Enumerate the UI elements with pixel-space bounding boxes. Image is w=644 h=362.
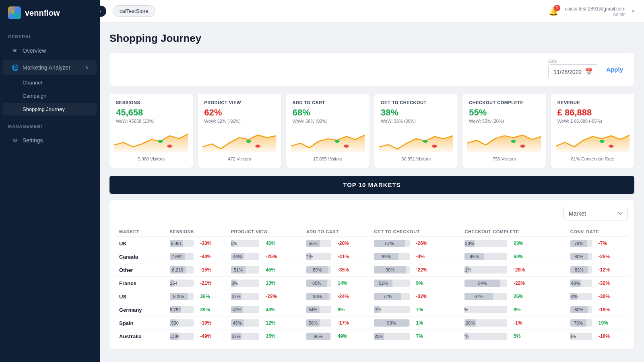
metric-chart-revenue [556,128,630,152]
col-pv: PRODUCT VIEW [228,227,303,237]
pct-change: 36% [200,294,210,299]
cell-market-name: Canada [116,250,167,263]
pct-change: 43% [266,307,275,313]
bar-fill: 42% [231,306,243,313]
svg-point-9 [423,140,427,143]
bar-bg: 42% [231,306,260,313]
cell-market-name: Spain [116,317,167,330]
cell-pct: -24% [334,290,371,303]
bar-bg: 11% [231,240,260,247]
cell-pct: 36% [197,290,227,303]
bar-bg: 90% [306,293,331,300]
metric-title-product-view: PRODUCT VIEW [204,100,275,105]
svg-point-6 [256,145,260,148]
bar-bg: 89% [306,266,331,274]
bar-fill: 10% [570,333,572,340]
pct-change: 1% [416,320,423,326]
cell-pct: -32% [413,290,462,303]
cell-pct: -16% [595,330,628,343]
bar-bg: 2,254 [170,280,194,287]
cell-bar: 89% [303,263,334,277]
cell-bar: 67% [461,290,510,303]
bar-bg: 51% [231,266,260,274]
metric-chart-checkout-complete [467,128,541,152]
market-dropdown[interactable]: Market Country Region [564,207,628,220]
pct-change: 46% [266,241,275,246]
logo[interactable]: vennflow [0,0,100,26]
sidebar-item-settings[interactable]: ⚙ Settings [3,133,97,148]
pct-change: 49% [338,333,347,339]
bar-label: 8,210 [172,267,184,272]
bar-fill: 79% [570,240,588,247]
date-input-wrapper[interactable]: 11/28/2022 📅 [548,64,598,79]
sidebar-item-campaign[interactable]: Campaign [3,90,97,102]
bar-fill: 69% [374,253,398,260]
metric-card-checkout-complete: CHECKOUT COMPLETE 55% WoW: 55% (20%) 756… [462,94,546,168]
bar-fill: 8,210 [170,266,186,274]
bar-bg: 5,752 [170,306,194,313]
sidebar-item-channel[interactable]: Channel [3,76,97,89]
table-row: Australia 4,384 -49% 37% [116,330,628,343]
markets-header-text: TOP 10 MARKETS [119,181,625,188]
cell-pct: 9% [413,277,462,290]
table-row: UK 6,861 -33% 11% [116,237,628,250]
svg-point-11 [511,140,516,143]
cell-pct: -20% [334,237,371,250]
bar-bg: 52% [374,280,409,287]
sidebar-item-marketing-analyzer[interactable]: 🌐 Marketing Analyzer ∧ [3,60,97,75]
bar-label: 23% [465,241,474,246]
logo-icon [8,6,21,19]
cell-bar: 84% [461,277,510,290]
bar-fill: 80% [570,253,588,260]
bar-label: 54% [308,307,317,312]
bar-label: 26% [466,321,475,325]
cell-pct: -44% [197,250,227,263]
marketing-analyzer-label: Marketing Analyzer [23,64,70,71]
marketing-analyzer-chevron: ∧ [85,65,89,70]
cell-bar: 96% [303,330,334,343]
bar-label: 48% [571,281,580,286]
cell-market-name: Germany [116,303,167,317]
pct-change: -22% [514,280,525,286]
pct-change: -32% [599,280,610,286]
pct-change: -12% [599,267,610,273]
cell-market-name: UK [116,237,167,250]
bar-fill: 90% [374,266,406,274]
metric-value-product-view: 62% [204,107,275,118]
table-header: MARKET SESSIONS PRODUCT VIEW ADD TO CART… [116,227,628,237]
notification-button[interactable]: 🔔 1 [549,6,559,16]
sparkline-add-to-cart [291,128,365,152]
cell-pct: -32% [595,277,628,290]
metric-wow-checkout-complete: WoW: 55% (20%) [469,119,539,123]
bar-label: 7,682 [171,254,183,259]
cell-pct: -26% [413,237,462,250]
metric-footer-checkout-complete: 756 Visitors [469,156,539,161]
bar-bg: 75% [570,319,592,327]
bar-fill: 11% [231,240,234,247]
user-menu-chevron[interactable]: ▾ [632,8,634,14]
bar-bg: 28% [374,333,409,340]
sidebar-toggle[interactable]: ‹ [100,6,106,17]
cell-pct: 46% [262,237,303,250]
cell-pct: -35% [334,263,371,277]
bar-bg: 84% [464,280,507,287]
metric-footer-product-view: 472 Visitors [204,156,275,161]
calendar-icon[interactable]: 📅 [585,68,593,76]
cell-pct: -15% [197,263,227,277]
apply-button[interactable]: Apply [605,63,625,76]
metric-chart-add-to-cart [291,128,365,152]
bar-bg: 10% [570,333,592,340]
cell-bar: 80% [567,303,595,317]
store-selector[interactable]: caiTestStore [113,5,155,17]
bar-label: 11% [464,267,471,272]
cell-pct: -22% [262,290,303,303]
shopping-journey-label: Shopping Journey [23,106,65,112]
sidebar-item-overview[interactable]: 👁 Overview [3,43,97,58]
metric-title-get-to-checkout: GET TO CHECKOUT [381,100,451,105]
sidebar-item-shopping-journey[interactable]: Shopping Journey [3,103,97,115]
user-email: caicai.test.2891@gmail.com [565,6,625,12]
bar-fill: 45% [464,253,484,260]
cell-bar: 90% [303,290,334,303]
pct-change: -32% [416,294,427,299]
metric-title-add-to-cart: ADD TO CART [293,100,363,105]
